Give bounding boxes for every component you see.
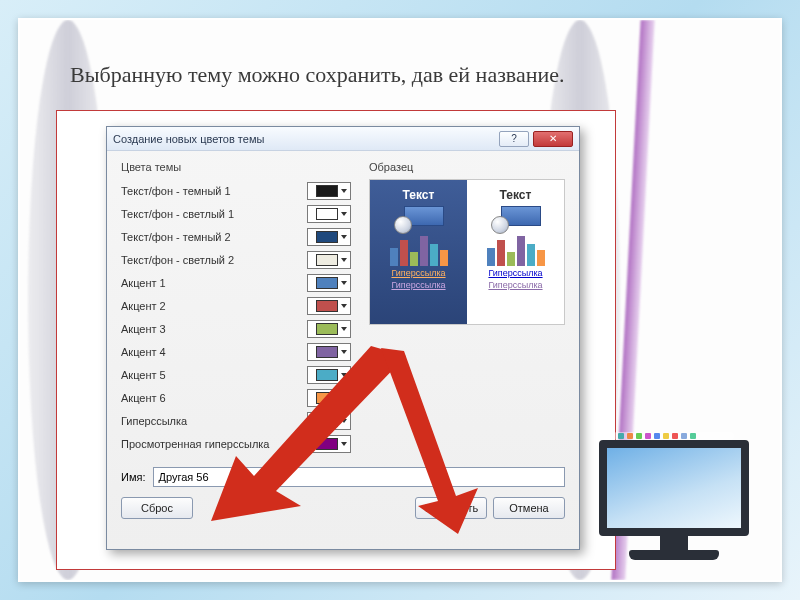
color-swatch-dropdown[interactable] — [307, 366, 351, 384]
preview-bar — [440, 250, 448, 266]
chevron-down-icon — [341, 396, 347, 400]
chevron-down-icon — [341, 304, 347, 308]
preview-bar — [537, 250, 545, 266]
color-row-label: Акцент 6 — [121, 392, 307, 404]
save-button[interactable]: Сохранить — [415, 497, 487, 519]
preview-bar — [487, 248, 495, 266]
slide-frame: Выбранную тему можно сохранить, дав ей н… — [18, 18, 782, 582]
preview-bar — [527, 244, 535, 266]
preview-dark: Текст Гиперссылка Гиперссылка — [370, 180, 467, 324]
color-row: Акцент 2 — [121, 294, 351, 317]
color-swatch-dropdown[interactable] — [307, 412, 351, 430]
color-row: Акцент 1 — [121, 271, 351, 294]
color-swatch — [316, 277, 338, 289]
color-swatch — [316, 185, 338, 197]
color-row-label: Акцент 2 — [121, 300, 307, 312]
slide-caption: Выбранную тему можно сохранить, дав ей н… — [70, 62, 565, 88]
color-row: Акцент 6 — [121, 386, 351, 409]
chevron-down-icon — [341, 258, 347, 262]
color-row: Текст/фон - темный 2 — [121, 225, 351, 248]
preview-bar — [507, 252, 515, 266]
preview-bar — [517, 236, 525, 266]
theme-colors-label: Цвета темы — [121, 161, 351, 173]
preview-text-label: Текст — [500, 188, 532, 202]
color-row: Акцент 3 — [121, 317, 351, 340]
color-swatch — [316, 254, 338, 266]
preview-panel: Текст Гиперссылка Гиперссылка Текст Гипе… — [369, 179, 565, 325]
color-swatch — [316, 323, 338, 335]
preview-bar — [390, 248, 398, 266]
color-row-label: Акцент 5 — [121, 369, 307, 381]
chevron-down-icon — [341, 373, 347, 377]
preview-bar — [410, 252, 418, 266]
help-button[interactable]: ? — [499, 131, 529, 147]
color-swatch-dropdown[interactable] — [307, 251, 351, 269]
close-button[interactable]: ✕ — [533, 131, 573, 147]
preview-light: Текст Гиперссылка Гиперссылка — [467, 180, 564, 324]
dialog-titlebar[interactable]: Создание новых цветов темы ? ✕ — [107, 127, 579, 151]
color-swatch-dropdown[interactable] — [307, 389, 351, 407]
cancel-button[interactable]: Отмена — [493, 497, 565, 519]
monitor-decoration — [594, 440, 754, 570]
color-row-label: Текст/фон - светлый 1 — [121, 208, 307, 220]
color-swatch-dropdown[interactable] — [307, 435, 351, 453]
color-swatch-dropdown[interactable] — [307, 228, 351, 246]
chevron-down-icon — [341, 281, 347, 285]
name-label: Имя: — [121, 471, 145, 483]
color-row: Гиперссылка — [121, 409, 351, 432]
reset-button[interactable]: Сброс — [121, 497, 193, 519]
create-theme-colors-dialog: Создание новых цветов темы ? ✕ Цвета тем… — [106, 126, 580, 550]
preview-bar — [400, 240, 408, 266]
color-swatch — [316, 208, 338, 220]
color-row-label: Текст/фон - светлый 2 — [121, 254, 307, 266]
color-row: Текст/фон - светлый 1 — [121, 202, 351, 225]
preview-bar — [497, 240, 505, 266]
color-row-label: Акцент 4 — [121, 346, 307, 358]
preview-bar — [430, 244, 438, 266]
chevron-down-icon — [341, 235, 347, 239]
preview-text-label: Текст — [403, 188, 435, 202]
color-row: Акцент 5 — [121, 363, 351, 386]
chevron-down-icon — [341, 189, 347, 193]
dialog-title: Создание новых цветов темы — [113, 133, 264, 145]
chevron-down-icon — [341, 350, 347, 354]
chevron-down-icon — [341, 442, 347, 446]
color-swatch — [316, 231, 338, 243]
color-row: Текст/фон - темный 1 — [121, 179, 351, 202]
preview-hyperlink: Гиперссылка — [391, 268, 445, 278]
sample-label: Образец — [369, 161, 565, 173]
preview-hyperlink: Гиперссылка — [488, 268, 542, 278]
color-swatch — [316, 369, 338, 381]
color-swatch-dropdown[interactable] — [307, 274, 351, 292]
color-swatch-dropdown[interactable] — [307, 182, 351, 200]
preview-hyperlink-visited: Гиперссылка — [391, 280, 445, 290]
preview-bar — [420, 236, 428, 266]
color-row-label: Текст/фон - темный 2 — [121, 231, 307, 243]
dialog-body: Цвета темы Текст/фон - темный 1Текст/фон… — [107, 151, 579, 527]
color-swatch — [316, 415, 338, 427]
chevron-down-icon — [341, 327, 347, 331]
color-swatch-dropdown[interactable] — [307, 297, 351, 315]
color-swatch-dropdown[interactable] — [307, 343, 351, 361]
color-row: Просмотренная гиперссылка — [121, 432, 351, 455]
color-row-label: Текст/фон - темный 1 — [121, 185, 307, 197]
color-swatch — [316, 346, 338, 358]
color-row-label: Просмотренная гиперссылка — [121, 438, 307, 450]
color-swatch — [316, 300, 338, 312]
color-row: Акцент 4 — [121, 340, 351, 363]
color-swatch — [316, 392, 338, 404]
color-row-label: Акцент 3 — [121, 323, 307, 335]
chevron-down-icon — [341, 419, 347, 423]
color-row-label: Акцент 1 — [121, 277, 307, 289]
preview-hyperlink-visited: Гиперссылка — [488, 280, 542, 290]
chevron-down-icon — [341, 212, 347, 216]
color-row-label: Гиперссылка — [121, 415, 307, 427]
color-swatch — [316, 438, 338, 450]
color-row: Текст/фон - светлый 2 — [121, 248, 351, 271]
color-swatch-dropdown[interactable] — [307, 205, 351, 223]
color-swatch-dropdown[interactable] — [307, 320, 351, 338]
theme-name-input[interactable] — [153, 467, 565, 487]
